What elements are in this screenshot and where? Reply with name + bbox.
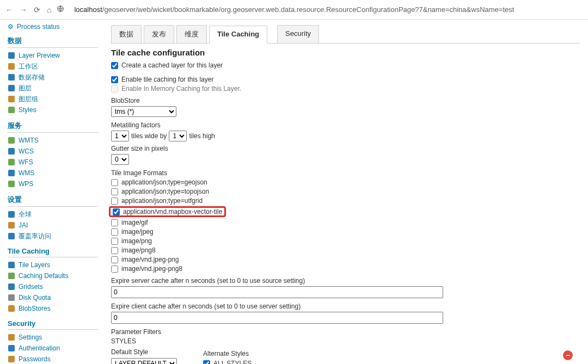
tiles-high-select[interactable]: 1 [169,131,187,141]
sidebar-item-label: WMTS [19,136,39,145]
expire-server-input[interactable] [111,286,443,298]
tab[interactable]: Security [277,25,319,43]
format-row: image/png [111,237,580,245]
page-title: Tile cache configuration [111,48,580,57]
svg-rect-20 [8,334,15,341]
sidebar-item-icon [8,232,15,240]
tab-bar: 数据发布维度Tile CachingSecurity [111,25,580,44]
enable-tile-checkbox[interactable] [111,76,118,83]
tab[interactable]: 发布 [144,25,174,43]
sidebar-item[interactable]: Styles [8,104,98,115]
svg-rect-4 [8,85,15,91]
reload-icon[interactable]: ⟳ [34,5,40,14]
format-checkbox[interactable] [111,238,118,245]
format-checkbox[interactable] [111,219,118,226]
sidebar-item-label: Disk Quota [19,293,51,302]
url-host: localhost [74,5,102,14]
format-label: image/png [121,237,152,245]
svg-rect-8 [8,148,15,155]
all-styles-checkbox[interactable] [203,360,210,365]
format-label: application/json;type=topojson [121,188,209,195]
sidebar-item[interactable]: WCS [8,146,98,157]
sidebar-item[interactable]: 数据存储 [8,72,98,83]
sidebar-item[interactable]: 全球 [8,209,98,220]
gutter-select[interactable]: 0 [111,154,129,165]
sidebar-item[interactable]: Gridsets [8,281,98,292]
format-checkbox[interactable] [111,198,118,205]
address-bar[interactable]: localhost/geoserver/web/wicket/bookmarka… [70,3,583,16]
format-row: application/json;type=utfgrid [111,197,580,205]
tiles-wide-select[interactable]: 1 [111,131,129,141]
format-checkbox[interactable] [111,256,118,263]
sidebar-item[interactable]: Caching Defaults [8,270,98,281]
create-cached-checkbox[interactable] [111,62,118,69]
sidebar-item[interactable]: 图层 [8,83,98,94]
sidebar-item[interactable]: 图层组 [8,94,98,104]
format-checkbox[interactable] [111,188,118,195]
svg-rect-18 [8,294,15,301]
sidebar-item[interactable]: Disk Quota [8,292,98,303]
back-icon[interactable]: ← [5,5,13,14]
all-styles-label: ALL STYLES [213,360,252,364]
tab[interactable]: Tile Caching [209,26,267,44]
sidebar-item[interactable]: 工作区 [8,61,98,72]
expire-server-label: Expire server cache after n seconds (set… [111,277,580,285]
sidebar-item[interactable]: WFS [8,157,98,168]
sidebar-item[interactable]: WMS [8,168,98,178]
process-status-link[interactable]: ⚙ Process status [8,23,98,30]
sidebar-item[interactable]: Tile Layers [8,260,98,270]
sidebar-item-icon [8,355,15,363]
sidebar-item-label: Passwords [19,355,51,363]
sidebar-item-icon [8,305,15,312]
svg-rect-7 [8,137,15,144]
format-row: image/jpeg [111,228,580,236]
svg-rect-13 [8,222,15,229]
format-checkbox[interactable] [111,229,118,236]
sidebar-item[interactable]: WPS [8,178,98,189]
sidebar-item[interactable]: Authentication [8,343,98,354]
sidebar-item-label: 图层组 [19,95,38,103]
tab[interactable]: 维度 [176,25,207,43]
sidebar: ⚙ Process status 数据Layer Preview工作区数据存储图… [0,20,103,364]
sidebar-item-label: Layer Preview [19,51,60,60]
remove-filter-icon[interactable]: − [563,350,573,360]
svg-rect-5 [8,96,15,102]
formats-list: application/json;type=geojsonapplication… [111,178,580,273]
format-checkbox[interactable] [111,247,118,254]
format-checkbox[interactable] [111,266,118,273]
svg-rect-1 [8,52,15,59]
sidebar-item[interactable]: WMTS [8,135,98,146]
svg-rect-12 [8,211,15,218]
sidebar-item-icon [8,334,15,341]
sidebar-item[interactable]: JAI [8,220,98,231]
home-icon[interactable]: ⌂ [47,5,51,14]
sidebar-item-icon [8,211,15,218]
sidebar-item[interactable]: 覆盖率访问 [8,231,98,242]
sidebar-item[interactable]: Settings [8,332,98,343]
sidebar-item-label: WFS [19,158,33,166]
svg-rect-19 [8,305,15,312]
sidebar-item[interactable]: Passwords [8,354,98,364]
sidebar-section-header: 服务 [8,121,98,133]
styles-row: Default Style LAYER DEFAULT Alternate St… [111,348,580,364]
format-row: image/vnd.jpeg-png [111,256,580,263]
process-status-label: Process status [17,23,60,30]
enable-tile-row: Enable tile caching for this layer [111,76,580,83]
svg-rect-22 [8,356,15,362]
format-checkbox[interactable] [111,179,118,186]
site-info-icon[interactable] [57,5,64,14]
svg-rect-16 [8,273,15,279]
sidebar-item-icon [8,137,15,144]
sidebar-item[interactable]: BlobStores [8,303,98,314]
svg-rect-15 [8,262,15,268]
blobstore-select[interactable]: tms (*) [111,106,176,117]
forward-icon[interactable]: → [20,5,27,14]
sidebar-item[interactable]: Layer Preview [8,50,98,61]
enable-mem-checkbox [111,85,118,92]
expire-client-input[interactable] [111,312,443,324]
default-style-select[interactable]: LAYER DEFAULT [111,358,177,364]
format-checkbox[interactable] [113,208,120,215]
sidebar-item-icon [8,63,15,70]
tab[interactable]: 数据 [111,25,142,43]
format-label: image/vnd.jpeg-png8 [121,265,182,273]
